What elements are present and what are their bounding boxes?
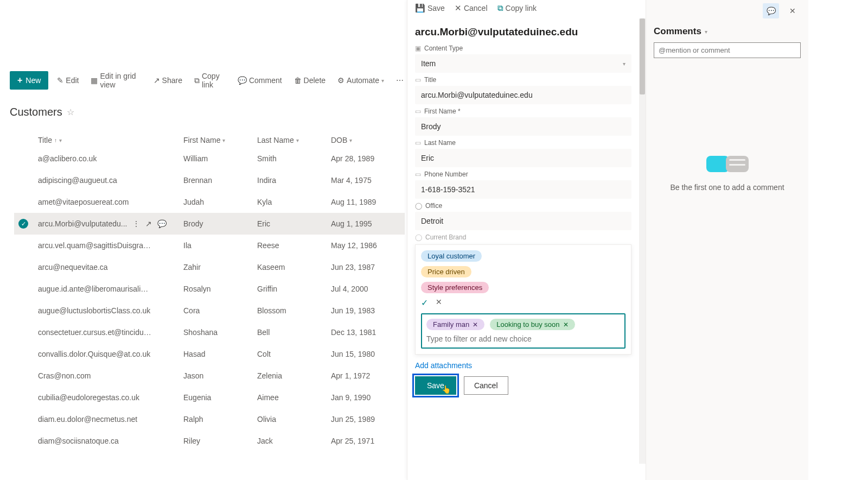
choice-option-loyal[interactable]: Loyal customer (421, 250, 482, 262)
list-title-row: Customers ☆ (10, 106, 74, 118)
close-panel-button[interactable]: ✕ (784, 3, 801, 18)
row-last-name-cell: Colt (257, 350, 331, 358)
row-last-name-cell: Zelenia (257, 371, 331, 380)
first-name-label: First Name * (424, 108, 461, 115)
chevron-down-icon: ▾ (296, 137, 299, 143)
comment-input[interactable] (654, 42, 801, 58)
link-icon: ⧉ (194, 76, 200, 85)
table-row[interactable]: augue@luctuslobortisClass.co.uk⋮↗💬CoraBl… (14, 300, 405, 321)
table-row[interactable]: ✓arcu.Morbi@vulputatedu...⋮↗💬BrodyEricAu… (14, 213, 405, 235)
automate-button[interactable]: ⚙Automate▾ (334, 74, 387, 87)
column-first-name[interactable]: First Name▾ (183, 136, 257, 144)
content-type-select[interactable]: Item▾ (415, 54, 631, 73)
row-title-cell[interactable]: Cras@non.com (38, 371, 91, 380)
more-button[interactable]: ⋯ (393, 74, 407, 87)
form-cancel-button[interactable]: Cancel (464, 376, 508, 395)
phone-input[interactable]: 1-618-159-3521 (415, 180, 631, 199)
row-title-cell[interactable]: a@aclibero.co.uk (38, 154, 97, 163)
comment-button[interactable]: 💬Comment (234, 74, 285, 87)
row-title-cell[interactable]: consectetuer.cursus.et@tinciduntDonec.co… (38, 328, 152, 337)
table-row[interactable]: cubilia@eudoloregestas.co.uk⋮↗💬EugeniaAi… (14, 387, 405, 408)
column-last-name[interactable]: Last Name▾ (257, 136, 331, 144)
row-comment-icon[interactable]: 💬 (157, 219, 167, 228)
table-row[interactable]: augue.id.ante@liberomaurisaliquam.co.uk⋮… (14, 278, 405, 300)
table-row[interactable]: diam.eu.dolor@necmetus.net⋮↗💬RalphOlivia… (14, 408, 405, 430)
panel-cancel-button[interactable]: ✕Cancel (455, 3, 488, 13)
scroll-thumb[interactable] (640, 18, 645, 94)
share-button[interactable]: ↗Share (150, 74, 186, 87)
row-dob-cell: Jan 9, 1990 (331, 393, 396, 402)
row-dob-cell: Apr 28, 1989 (331, 154, 396, 163)
table-row[interactable]: convallis.dolor.Quisque@at.co.uk⋮↗💬Hasad… (14, 343, 405, 365)
panel-copylink-button[interactable]: ⧉Copy link (497, 3, 537, 13)
row-title-cell[interactable]: arcu.Morbi@vulputatedu... (38, 219, 127, 228)
text-field-icon: ▭ (415, 108, 421, 115)
office-input[interactable]: Detroit (415, 212, 631, 230)
row-title-cell[interactable]: cubilia@eudoloregestas.co.uk (38, 393, 139, 402)
edit-button[interactable]: ✎Edit (54, 74, 82, 87)
row-title-cell[interactable]: augue.id.ante@liberomaurisaliquam.co.uk (38, 285, 152, 293)
panel-save-button[interactable]: 💾Save (415, 3, 445, 13)
choice-option-price[interactable]: Price driven (421, 266, 471, 277)
choice-cancel-icon[interactable]: ✕ (436, 298, 442, 308)
edit-grid-button[interactable]: ▦Edit in grid view (87, 70, 144, 91)
tag-editor[interactable]: Family man✕ Looking to buy soon✕ (421, 313, 626, 349)
remove-tag-icon[interactable]: ✕ (473, 321, 478, 329)
row-first-name-cell: Ralph (183, 415, 257, 424)
main-list-area: +New ✎Edit ▦Edit in grid view ↗Share ⧉Co… (0, 0, 407, 480)
row-last-name-cell: Kaseem (257, 263, 331, 271)
form-save-button[interactable]: Save👆 (415, 376, 456, 395)
row-title-cell[interactable]: convallis.dolor.Quisque@at.co.uk (38, 350, 150, 358)
add-attachments-link[interactable]: Add attachments (415, 361, 631, 370)
row-title-cell[interactable]: diam.eu.dolor@necmetus.net (38, 415, 137, 424)
row-first-name-cell: Riley (183, 437, 257, 445)
row-more-icon[interactable]: ⋮ (132, 219, 140, 228)
last-name-input[interactable]: Eric (415, 149, 631, 167)
choice-option-style[interactable]: Style preferences (421, 282, 489, 293)
row-last-name-cell: Blossom (257, 306, 331, 315)
title-input[interactable]: arcu.Morbi@vulputateduinec.edu (415, 86, 631, 104)
copylink-button[interactable]: ⧉Copy link (191, 70, 229, 91)
row-first-name-cell: Brody (183, 219, 257, 228)
first-name-input[interactable]: Brody (415, 117, 631, 136)
row-title-cell[interactable]: diam@sociisnatoque.ca (38, 437, 119, 445)
table-row[interactable]: a@aclibero.co.uk⋮↗💬WilliamSmithApr 28, 1… (14, 148, 405, 169)
chevron-down-icon: ▾ (381, 78, 384, 84)
tag-looking-to-buy[interactable]: Looking to buy soon✕ (490, 319, 575, 330)
title-label: Title (424, 76, 436, 84)
table-row[interactable]: Cras@non.com⋮↗💬JasonZeleniaApr 1, 1972 (14, 365, 405, 387)
tag-family-man[interactable]: Family man✕ (426, 319, 484, 330)
column-dob[interactable]: DOB▾ (331, 136, 396, 144)
panel-toolbar: 💾Save ✕Cancel ⧉Copy link (407, 0, 646, 16)
phone-label: Phone Number (424, 170, 468, 178)
choice-confirm-icon[interactable]: ✓ (421, 298, 428, 308)
table-row[interactable]: consectetuer.cursus.et@tinciduntDonec.co… (14, 321, 405, 343)
row-share-icon[interactable]: ↗ (145, 219, 152, 228)
remove-tag-icon[interactable]: ✕ (563, 321, 569, 329)
tag-filter-input[interactable] (426, 334, 620, 343)
office-label: Office (425, 202, 442, 210)
comments-empty-state: Be the first one to add a comment (654, 156, 801, 192)
table-row[interactable]: arcu@nequevitae.ca⋮↗💬ZahirKaseemJun 23, … (14, 256, 405, 278)
row-title-cell[interactable]: arcu@nequevitae.ca (38, 263, 108, 271)
table-row[interactable]: arcu.vel.quam@sagittisDuisgravida.com⋮↗💬… (14, 235, 405, 256)
chevron-down-icon[interactable]: ▾ (705, 29, 707, 35)
toggle-comments-button[interactable]: 💬 (763, 3, 779, 18)
column-title[interactable]: Title↑▾ (38, 136, 183, 144)
row-title-cell[interactable]: adipiscing@augueut.ca (38, 176, 117, 185)
row-dob-cell: Apr 25, 1971 (331, 437, 396, 445)
row-title-cell[interactable]: arcu.vel.quam@sagittisDuisgravida.com (38, 241, 152, 250)
new-button[interactable]: +New (10, 71, 48, 90)
chevron-down-icon: ▾ (623, 61, 626, 67)
table-row[interactable]: adipiscing@augueut.ca⋮↗💬BrennanIndiraMar… (14, 169, 405, 191)
table-row[interactable]: amet@vitaeposuereat.com⋮↗💬JudahKylaAug 1… (14, 191, 405, 213)
favorite-star-icon[interactable]: ☆ (67, 107, 74, 117)
plus-icon: + (17, 75, 22, 85)
delete-button[interactable]: 🗑Delete (291, 74, 329, 87)
panel-scrollbar[interactable] (639, 18, 646, 464)
row-title-cell[interactable]: amet@vitaeposuereat.com (38, 198, 129, 206)
row-checkmark-icon[interactable]: ✓ (18, 219, 28, 229)
table-row[interactable]: diam@sociisnatoque.ca⋮↗💬RileyJackApr 25,… (14, 430, 405, 452)
row-first-name-cell: Rosalyn (183, 285, 257, 293)
row-title-cell[interactable]: augue@luctuslobortisClass.co.uk (38, 306, 150, 315)
